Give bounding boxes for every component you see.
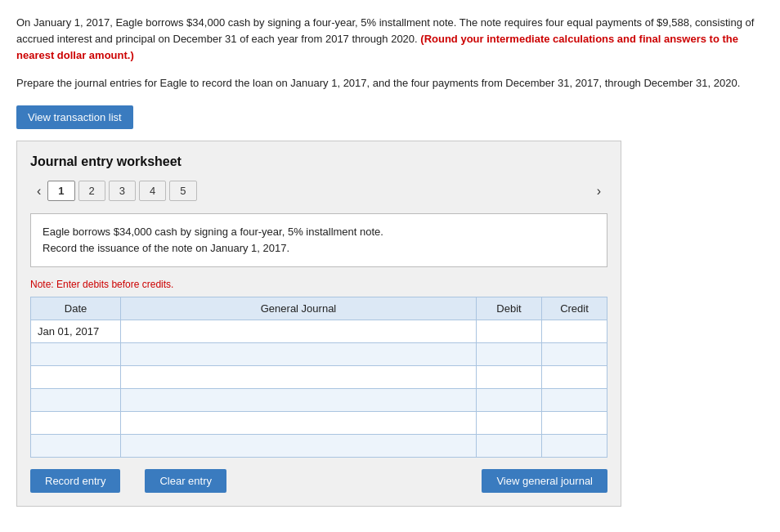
credit-cell-5[interactable] — [542, 411, 607, 434]
credit-cell-4[interactable] — [542, 388, 607, 411]
clear-entry-button[interactable]: Clear entry — [145, 469, 226, 493]
tab-5[interactable]: 5 — [169, 181, 196, 201]
view-general-journal-button[interactable]: View general journal — [482, 469, 607, 493]
table-row — [31, 388, 607, 411]
journal-input-1[interactable] — [121, 320, 476, 342]
credit-cell-1[interactable] — [542, 320, 607, 342]
journal-cell-6[interactable] — [121, 434, 477, 457]
credit-cell-2[interactable] — [542, 342, 607, 365]
intro-paragraph: On January 1, 2017, Eagle borrows $34,00… — [16, 15, 764, 64]
view-transaction-button[interactable]: View transaction list — [16, 105, 133, 129]
tab-next-arrow[interactable]: › — [590, 181, 607, 202]
header-credit: Credit — [542, 297, 607, 320]
tab-2[interactable]: 2 — [78, 181, 105, 201]
journal-input-5[interactable] — [121, 412, 476, 434]
header-debit: Debit — [477, 297, 542, 320]
date-cell-1: Jan 01, 2017 — [31, 320, 121, 342]
debit-input-6[interactable] — [477, 435, 541, 457]
credit-input-1[interactable] — [542, 320, 607, 342]
credit-input-5[interactable] — [542, 412, 607, 434]
debit-cell-2[interactable] — [477, 342, 542, 365]
journal-cell-5[interactable] — [121, 411, 477, 434]
record-entry-button[interactable]: Record entry — [30, 469, 120, 493]
debit-cell-6[interactable] — [477, 434, 542, 457]
table-row — [31, 342, 607, 365]
tab-4[interactable]: 4 — [139, 181, 166, 201]
journal-cell-4[interactable] — [121, 388, 477, 411]
date-cell-3 — [31, 365, 121, 388]
journal-table: Date General Journal Debit Credit Jan 01… — [30, 297, 607, 458]
journal-cell-2[interactable] — [121, 342, 477, 365]
credit-input-6[interactable] — [542, 435, 607, 457]
debit-cell-4[interactable] — [477, 388, 542, 411]
credit-input-2[interactable] — [542, 343, 607, 365]
debit-input-4[interactable] — [477, 389, 541, 411]
debit-input-3[interactable] — [477, 366, 541, 388]
header-general-journal: General Journal — [121, 297, 477, 320]
debit-cell-5[interactable] — [477, 411, 542, 434]
scenario-description: Eagle borrows $34,000 cash by signing a … — [30, 213, 607, 267]
credit-input-3[interactable] — [542, 366, 607, 388]
table-row — [31, 365, 607, 388]
date-cell-2 — [31, 342, 121, 365]
prepare-text-content: Prepare the journal entries for Eagle to… — [16, 77, 740, 89]
credit-cell-3[interactable] — [542, 365, 607, 388]
scenario-text: Eagle borrows $34,000 cash by signing a … — [43, 226, 383, 254]
table-row: Jan 01, 2017 — [31, 320, 607, 342]
debit-input-5[interactable] — [477, 412, 541, 434]
worksheet-title: Journal entry worksheet — [30, 154, 607, 169]
tab-1[interactable]: 1 — [47, 181, 74, 201]
header-date: Date — [31, 297, 121, 320]
debit-input-1[interactable] — [477, 320, 541, 342]
worksheet-container: Journal entry worksheet ‹ 1 2 3 4 5 › Ea… — [16, 141, 621, 507]
action-buttons: Record entry Clear entry View general jo… — [30, 469, 607, 493]
credit-cell-6[interactable] — [542, 434, 607, 457]
date-cell-5 — [31, 411, 121, 434]
debit-cell-1[interactable] — [477, 320, 542, 342]
journal-input-2[interactable] — [121, 343, 476, 365]
date-cell-6 — [31, 434, 121, 457]
debit-input-2[interactable] — [477, 343, 541, 365]
journal-cell-3[interactable] — [121, 365, 477, 388]
table-row — [31, 434, 607, 457]
journal-input-4[interactable] — [121, 389, 476, 411]
debit-cell-3[interactable] — [477, 365, 542, 388]
note-instruction: Note: Enter debits before credits. — [30, 279, 607, 290]
journal-input-3[interactable] — [121, 366, 476, 388]
tab-prev-arrow[interactable]: ‹ — [30, 181, 47, 202]
journal-cell-1[interactable] — [121, 320, 477, 342]
date-cell-4 — [31, 388, 121, 411]
table-row — [31, 411, 607, 434]
tab-3[interactable]: 3 — [109, 181, 136, 201]
prepare-paragraph: Prepare the journal entries for Eagle to… — [16, 75, 764, 92]
tab-navigation: ‹ 1 2 3 4 5 › — [30, 181, 607, 202]
credit-input-4[interactable] — [542, 389, 607, 411]
journal-input-6[interactable] — [121, 435, 476, 457]
